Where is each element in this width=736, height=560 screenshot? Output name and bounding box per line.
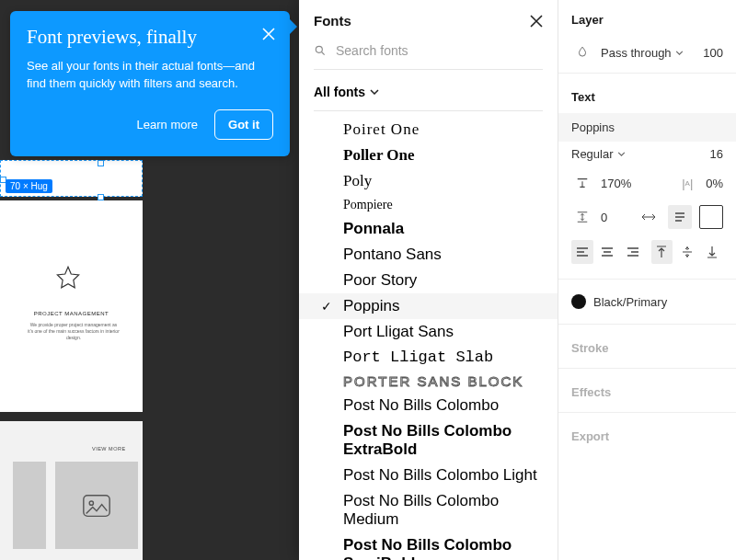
filter-label: All fonts [314,85,365,99]
font-family-dropdown[interactable]: Poppins [558,113,736,142]
paragraph-spacing-input[interactable]: 0 [601,211,607,224]
font-filter-dropdown[interactable]: All fonts [314,85,543,111]
line-height-input[interactable]: 170% [601,177,631,190]
font-item[interactable]: Poiret One [299,117,558,143]
font-item[interactable]: Poppins✓ [299,293,558,319]
font-size-input[interactable]: 16 [710,147,723,161]
font-item[interactable]: Post No Bills Colombo [299,393,558,418]
effects-section-title[interactable]: Effects [558,372,736,408]
tooltip-body: See all your fonts in their actual fonts… [27,58,266,93]
svg-point-1 [89,501,93,505]
fill-color-chip[interactable] [571,294,586,309]
auto-width-button[interactable] [637,205,661,229]
text-section-title: Text [558,77,736,113]
font-item[interactable]: Post No Bills Colombo ExtraBold [299,418,558,463]
tooltip-title: Font previews, finally [27,26,273,49]
fonts-panel: Fonts All fonts Poiret OnePoller OnePoly… [299,0,558,560]
export-section-title[interactable]: Export [558,417,736,452]
chevron-down-icon [370,89,379,95]
learn-more-link[interactable]: Learn more [137,118,198,131]
selection-handle[interactable] [98,160,104,166]
close-icon[interactable] [262,28,275,40]
font-item[interactable]: Pompiere [299,194,558,216]
canvas-text-heading: PROJECT MANAGEMENT [0,311,143,316]
font-item[interactable]: Ponnala [299,216,558,242]
chevron-down-icon [675,51,684,55]
font-item[interactable]: Port Lligat Slab [299,345,558,370]
checkmark-icon: ✓ [321,299,332,314]
svg-point-2 [316,46,322,52]
vertical-align-middle-button[interactable] [676,240,698,264]
cards-row [13,462,138,549]
selection-dimensions: 70 × Hug [6,179,52,193]
font-item[interactable]: Post No Bills Colombo Light [299,463,558,488]
line-height-icon [571,172,593,194]
fonts-panel-title: Fonts [314,13,351,29]
image-placeholder-icon [81,490,112,521]
search-icon [314,44,327,57]
tooltip-arrow [288,17,297,36]
font-item[interactable]: Poor Story [299,268,558,293]
got-it-button[interactable]: Got it [214,109,273,140]
vertical-align-top-button[interactable] [651,240,673,264]
close-icon[interactable] [530,15,543,28]
stroke-section-title[interactable]: Stroke [558,328,736,364]
blend-mode-value: Pass through [601,46,672,60]
properties-panel: Layer Pass through 100 Text Poppins Regu… [558,0,736,560]
layer-section-title: Layer [558,0,736,36]
feature-tooltip: Font previews, finally See all your font… [10,11,290,156]
text-align-right-button[interactable] [622,240,644,264]
canvas-text-body: We provide proper project management as … [28,322,120,341]
font-item[interactable]: Port Lligat Sans [299,319,558,345]
font-item[interactable]: Post No Bills Colombo SemiBold [299,532,558,560]
blend-mode-dropdown[interactable]: Pass through [601,46,684,60]
image-card[interactable] [55,462,138,549]
text-align-left-button[interactable] [571,240,593,264]
fill-color-name: Black/Primary [593,295,667,309]
font-weight-value: Regular [571,147,614,161]
font-list[interactable]: Poiret OnePoller OnePolyPompierePonnalaP… [299,111,558,560]
star-icon [55,265,81,291]
font-item[interactable]: Porter Sans Block [299,370,558,393]
font-weight-dropdown[interactable]: Regular [571,147,626,161]
view-more-link[interactable]: VIEW MORE [92,446,126,451]
font-item[interactable]: Poller One [299,143,558,168]
image-card[interactable] [13,462,46,549]
selection-handle[interactable] [98,194,104,200]
paragraph-spacing-icon [571,206,593,228]
canvas-frame[interactable] [0,200,143,412]
chevron-down-icon [617,152,626,156]
font-item[interactable]: Poly [299,168,558,194]
font-item[interactable]: Pontano Sans [299,242,558,268]
vertical-align-bottom-button[interactable] [702,240,724,264]
opacity-value[interactable]: 100 [703,46,723,60]
letter-spacing-icon: |A| [676,172,698,194]
fixed-size-button[interactable] [699,205,723,229]
text-align-center-button[interactable] [597,240,619,264]
letter-spacing-input[interactable]: 0% [706,177,723,190]
auto-height-button[interactable] [668,205,692,229]
font-item[interactable]: Post No Bills Colombo Medium [299,488,558,532]
search-fonts-input[interactable] [336,43,543,58]
blend-mode-icon [571,41,593,63]
